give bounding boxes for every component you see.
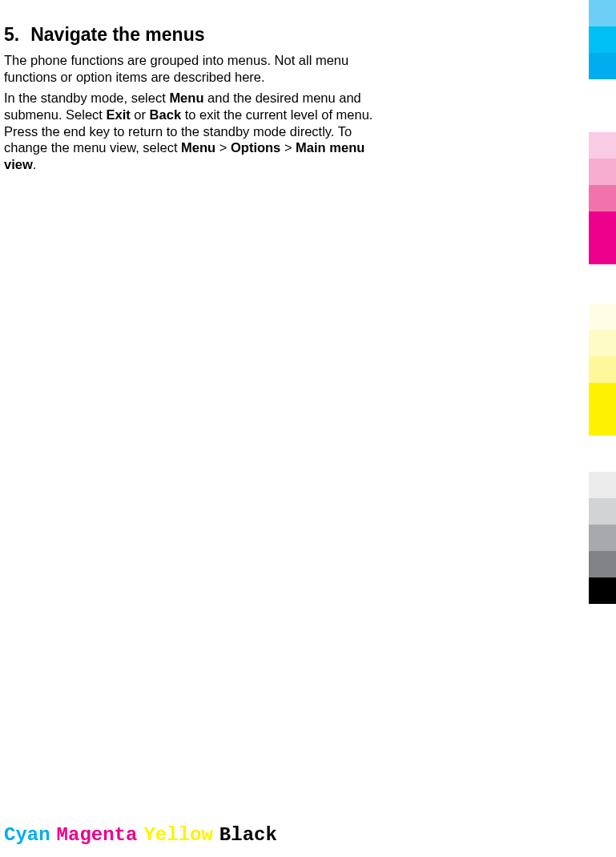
black-swatch-5 — [589, 577, 616, 604]
yellow-swatch-1 — [589, 304, 616, 330]
paragraph-1: The phone functions are grouped into men… — [4, 52, 376, 85]
black-swatch-3 — [589, 525, 616, 551]
magenta-color-strip — [589, 132, 616, 264]
yellow-swatch-5 — [589, 409, 616, 436]
black-swatch-4 — [589, 551, 616, 577]
yellow-color-strip — [589, 304, 616, 436]
magenta-swatch-5 — [589, 238, 616, 264]
magenta-label: Magenta — [57, 824, 138, 846]
cyan-swatch-3 — [589, 53, 616, 79]
cyan-label: Cyan — [4, 824, 50, 846]
p2-text-3: or — [131, 107, 150, 122]
p2-bold-back: Back — [150, 107, 181, 122]
p2-bold-exit: Exit — [107, 107, 131, 122]
footer-color-labels: CyanMagentaYellowBlack — [4, 824, 284, 846]
p2-bold-menu-2: Menu — [181, 140, 215, 155]
yellow-label: Yellow — [143, 824, 212, 846]
paragraph-2: In the standby mode, select Menu and the… — [4, 90, 376, 172]
magenta-swatch-2 — [589, 159, 616, 185]
p2-text-7: . — [33, 157, 37, 171]
cyan-swatch-1 — [589, 0, 616, 26]
black-label: Black — [219, 824, 277, 846]
yellow-swatch-4 — [589, 383, 616, 409]
cyan-color-strip — [589, 0, 616, 79]
p2-bold-options: Options — [231, 140, 280, 155]
yellow-swatch-3 — [589, 356, 616, 383]
magenta-swatch-1 — [589, 132, 616, 159]
magenta-swatch-4 — [589, 211, 616, 238]
section-number: 5. — [4, 24, 19, 46]
page-content: 5.Navigate the menus The phone functions… — [0, 0, 376, 172]
section-heading: 5.Navigate the menus — [4, 24, 376, 46]
black-swatch-2 — [589, 498, 616, 525]
black-color-strip — [589, 472, 616, 604]
magenta-swatch-3 — [589, 185, 616, 211]
p2-text-6: > — [280, 140, 296, 155]
p2-bold-menu-1: Menu — [169, 91, 203, 105]
p2-text-5: > — [215, 140, 231, 155]
black-swatch-1 — [589, 472, 616, 498]
cyan-swatch-2 — [589, 26, 616, 53]
p2-text-1: In the standby mode, select — [4, 91, 169, 105]
yellow-swatch-2 — [589, 330, 616, 356]
section-title: Navigate the menus — [30, 24, 204, 45]
